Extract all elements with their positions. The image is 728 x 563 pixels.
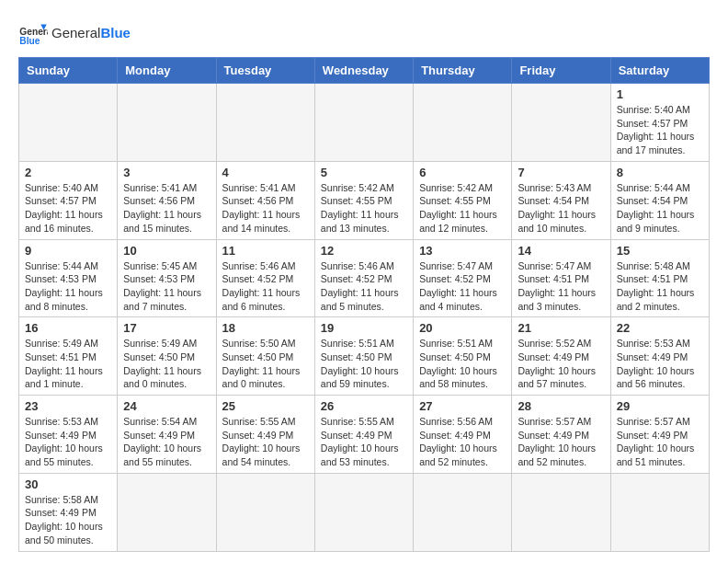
calendar-row-0: 1Sunrise: 5:40 AM Sunset: 4:57 PM Daylig… [19,84,710,162]
calendar-cell [512,473,610,551]
day-info: Sunrise: 5:51 AM Sunset: 4:50 PM Dayligh… [321,337,407,391]
calendar-cell: 4Sunrise: 5:41 AM Sunset: 4:56 PM Daylig… [216,161,314,239]
day-number: 12 [321,244,407,258]
day-info: Sunrise: 5:47 AM Sunset: 4:52 PM Dayligh… [419,259,506,314]
day-info: Sunrise: 5:54 AM Sunset: 4:49 PM Dayligh… [123,415,210,469]
day-number: 1 [617,87,703,101]
calendar-cell [19,84,118,162]
day-info: Sunrise: 5:47 AM Sunset: 4:51 PM Dayligh… [518,259,604,314]
day-info: Sunrise: 5:53 AM Sunset: 4:49 PM Dayligh… [25,415,111,469]
calendar-cell [414,473,512,551]
day-info: Sunrise: 5:45 AM Sunset: 4:53 PM Dayligh… [123,259,210,314]
calendar-cell: 30Sunrise: 5:58 AM Sunset: 4:49 PM Dayli… [19,473,118,551]
day-info: Sunrise: 5:57 AM Sunset: 4:49 PM Dayligh… [617,415,703,469]
calendar-cell [414,84,512,162]
logo-icon: General Blue [18,18,48,48]
calendar-row-4: 23Sunrise: 5:53 AM Sunset: 4:49 PM Dayli… [19,396,710,474]
weekday-header-monday: Monday [118,58,216,84]
weekday-header-tuesday: Tuesday [216,58,314,84]
day-number: 13 [419,244,506,258]
weekday-header-thursday: Thursday [414,58,512,84]
weekday-header-sunday: Sunday [19,58,118,84]
calendar-cell: 19Sunrise: 5:51 AM Sunset: 4:50 PM Dayli… [314,317,413,396]
day-number: 2 [25,166,111,179]
day-number: 5 [321,166,407,179]
day-number: 17 [123,321,210,335]
calendar-cell: 1Sunrise: 5:40 AM Sunset: 4:57 PM Daylig… [610,84,709,162]
day-info: Sunrise: 5:52 AM Sunset: 4:49 PM Dayligh… [518,337,604,391]
day-number: 4 [222,166,309,179]
calendar-cell: 9Sunrise: 5:44 AM Sunset: 4:53 PM Daylig… [19,239,118,317]
calendar-cell: 25Sunrise: 5:55 AM Sunset: 4:49 PM Dayli… [216,396,314,474]
calendar-row-5: 30Sunrise: 5:58 AM Sunset: 4:49 PM Dayli… [19,473,710,551]
day-number: 18 [222,321,309,335]
calendar-row-1: 2Sunrise: 5:40 AM Sunset: 4:57 PM Daylig… [19,161,710,239]
day-number: 25 [222,399,309,413]
day-info: Sunrise: 5:40 AM Sunset: 4:57 PM Dayligh… [25,181,111,236]
day-number: 9 [25,244,111,258]
calendar-cell [118,84,216,162]
weekday-header-friday: Friday [512,58,610,84]
calendar-cell [512,84,610,162]
day-info: Sunrise: 5:42 AM Sunset: 4:55 PM Dayligh… [419,181,506,236]
day-number: 23 [25,399,111,413]
day-info: Sunrise: 5:41 AM Sunset: 4:56 PM Dayligh… [123,181,210,236]
calendar-cell: 21Sunrise: 5:52 AM Sunset: 4:49 PM Dayli… [512,317,610,396]
day-info: Sunrise: 5:40 AM Sunset: 4:57 PM Dayligh… [617,103,703,157]
svg-text:Blue: Blue [19,36,40,46]
day-number: 29 [617,399,703,413]
day-number: 27 [419,399,506,413]
logo-general: General [51,25,100,40]
day-info: Sunrise: 5:46 AM Sunset: 4:52 PM Dayligh… [321,259,407,314]
day-info: Sunrise: 5:43 AM Sunset: 4:54 PM Dayligh… [518,181,604,236]
calendar-cell: 12Sunrise: 5:46 AM Sunset: 4:52 PM Dayli… [314,239,413,317]
calendar-cell: 16Sunrise: 5:49 AM Sunset: 4:51 PM Dayli… [19,317,118,396]
day-info: Sunrise: 5:50 AM Sunset: 4:50 PM Dayligh… [222,337,309,391]
day-number: 28 [518,399,604,413]
day-info: Sunrise: 5:58 AM Sunset: 4:49 PM Dayligh… [25,493,111,547]
day-number: 7 [518,166,604,179]
calendar-cell [314,473,413,551]
calendar-cell: 14Sunrise: 5:47 AM Sunset: 4:51 PM Dayli… [512,239,610,317]
day-info: Sunrise: 5:51 AM Sunset: 4:50 PM Dayligh… [419,337,506,391]
day-info: Sunrise: 5:42 AM Sunset: 4:55 PM Dayligh… [321,181,407,236]
header: General Blue GeneralBlue [18,18,710,48]
logo: General Blue GeneralBlue [18,18,131,48]
calendar-cell: 26Sunrise: 5:55 AM Sunset: 4:49 PM Dayli… [314,396,413,474]
day-info: Sunrise: 5:53 AM Sunset: 4:49 PM Dayligh… [617,337,703,391]
calendar-cell [118,473,216,551]
day-number: 24 [123,399,210,413]
weekday-header-saturday: Saturday [610,58,709,84]
day-number: 10 [123,244,210,258]
calendar-cell: 2Sunrise: 5:40 AM Sunset: 4:57 PM Daylig… [19,161,118,239]
day-number: 16 [25,321,111,335]
day-number: 20 [419,321,506,335]
calendar-cell: 27Sunrise: 5:56 AM Sunset: 4:49 PM Dayli… [414,396,512,474]
calendar-cell: 24Sunrise: 5:54 AM Sunset: 4:49 PM Dayli… [118,396,216,474]
calendar-cell [216,473,314,551]
weekday-header-wednesday: Wednesday [314,58,413,84]
day-number: 26 [321,399,407,413]
day-info: Sunrise: 5:48 AM Sunset: 4:51 PM Dayligh… [617,259,703,314]
day-info: Sunrise: 5:49 AM Sunset: 4:51 PM Dayligh… [25,337,111,391]
day-info: Sunrise: 5:44 AM Sunset: 4:53 PM Dayligh… [25,259,111,314]
day-info: Sunrise: 5:46 AM Sunset: 4:52 PM Dayligh… [222,259,309,314]
day-info: Sunrise: 5:49 AM Sunset: 4:50 PM Dayligh… [123,337,210,391]
day-number: 19 [321,321,407,335]
calendar-row-3: 16Sunrise: 5:49 AM Sunset: 4:51 PM Dayli… [19,317,710,396]
calendar-cell: 28Sunrise: 5:57 AM Sunset: 4:49 PM Dayli… [512,396,610,474]
calendar-cell: 20Sunrise: 5:51 AM Sunset: 4:50 PM Dayli… [414,317,512,396]
day-info: Sunrise: 5:55 AM Sunset: 4:49 PM Dayligh… [321,415,407,469]
day-info: Sunrise: 5:57 AM Sunset: 4:49 PM Dayligh… [518,415,604,469]
day-number: 3 [123,166,210,179]
day-number: 14 [518,244,604,258]
calendar-cell: 22Sunrise: 5:53 AM Sunset: 4:49 PM Dayli… [610,317,709,396]
calendar-cell [216,84,314,162]
weekday-header-row: SundayMondayTuesdayWednesdayThursdayFrid… [19,58,710,84]
day-info: Sunrise: 5:44 AM Sunset: 4:54 PM Dayligh… [617,181,703,236]
calendar-cell: 18Sunrise: 5:50 AM Sunset: 4:50 PM Dayli… [216,317,314,396]
calendar-row-2: 9Sunrise: 5:44 AM Sunset: 4:53 PM Daylig… [19,239,710,317]
calendar-cell: 17Sunrise: 5:49 AM Sunset: 4:50 PM Dayli… [118,317,216,396]
calendar-cell: 13Sunrise: 5:47 AM Sunset: 4:52 PM Dayli… [414,239,512,317]
calendar-cell [314,84,413,162]
